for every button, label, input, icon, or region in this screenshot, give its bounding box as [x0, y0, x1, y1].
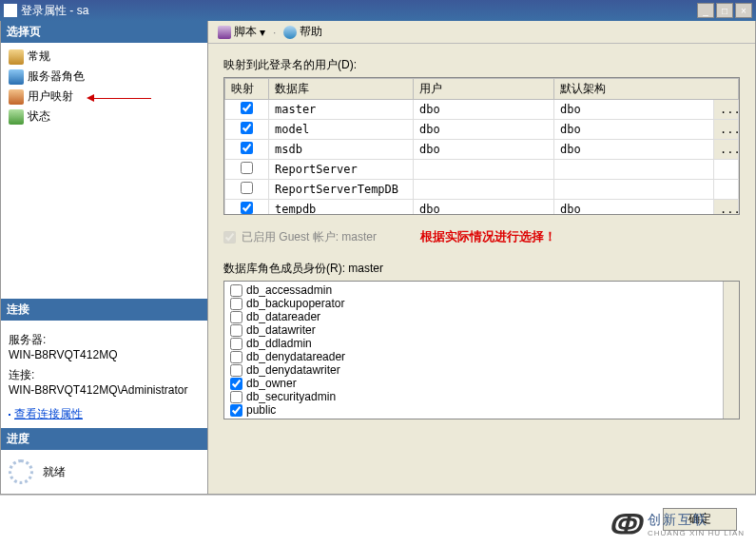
- row-db: master: [269, 100, 414, 120]
- role-item[interactable]: db_datareader: [226, 310, 737, 323]
- view-connection-properties-link[interactable]: 查看连接属性: [9, 406, 200, 422]
- progress-status: 就绪: [43, 464, 66, 480]
- role-checkbox[interactable]: [230, 298, 242, 310]
- role-checkbox[interactable]: [230, 338, 242, 350]
- progress-spinner-icon: [9, 459, 33, 484]
- row-schema: [554, 160, 714, 180]
- branding-name: 创新互联: [648, 512, 708, 527]
- script-label: 脚本: [234, 24, 257, 40]
- toolbar-separator: ·: [273, 26, 276, 39]
- guest-row: 已启用 Guest 帐户: master 根据实际情况进行选择！: [223, 228, 740, 245]
- row-db: model: [269, 120, 414, 140]
- role-checkbox[interactable]: [230, 351, 242, 363]
- role-checkbox[interactable]: [230, 404, 242, 417]
- table-row[interactable]: ReportServerTempDB: [225, 180, 739, 200]
- link-icon: [9, 414, 10, 416]
- row-schema-browse-button[interactable]: ...: [714, 100, 739, 120]
- close-button[interactable]: ×: [735, 3, 752, 18]
- row-map-checkbox[interactable]: [241, 182, 253, 194]
- table-row[interactable]: tempdbdbodbo...: [225, 200, 739, 216]
- role-item[interactable]: db_owner: [226, 377, 737, 390]
- sidebar-item-label: 用户映射: [28, 88, 73, 105]
- role-item[interactable]: db_backupoperator: [226, 297, 737, 310]
- help-button[interactable]: 帮助: [280, 23, 326, 41]
- role-item[interactable]: db_denydatareader: [226, 350, 737, 363]
- connection-section: 服务器: WIN-B8RVQT412MQ 连接: WIN-B8RVQT412MQ…: [1, 321, 207, 428]
- annotation-note: 根据实际情况进行选择！: [420, 228, 556, 245]
- sidebar-item-server-roles[interactable]: 服务器角色: [1, 67, 207, 87]
- row-user: dbo: [414, 120, 554, 140]
- role-name: db_accessadmin: [246, 283, 332, 297]
- right-pane: 脚本 ▾ · 帮助 映射到此登录名的用户(D): 映射 数据库 用户: [208, 21, 755, 494]
- row-schema-empty: [714, 160, 739, 180]
- sidebar-item-status[interactable]: 状态: [1, 107, 207, 127]
- role-item[interactable]: db_datawriter: [226, 323, 737, 337]
- table-row[interactable]: msdbdbodbo...: [225, 140, 739, 160]
- row-map-checkbox[interactable]: [241, 122, 253, 134]
- row-user: dbo: [414, 100, 554, 120]
- branding-mark-icon: ↂ: [609, 509, 642, 540]
- minimize-button[interactable]: _: [697, 3, 714, 18]
- col-db[interactable]: 数据库: [269, 79, 414, 100]
- sidebar-item-label: 常规: [28, 49, 50, 65]
- sidebar-item-label: 状态: [28, 108, 50, 125]
- role-checkbox[interactable]: [230, 378, 242, 390]
- script-button[interactable]: 脚本 ▾: [214, 23, 269, 41]
- table-row[interactable]: ReportServer: [225, 160, 739, 180]
- row-map-checkbox[interactable]: [241, 162, 253, 174]
- role-item[interactable]: db_ddladmin: [226, 337, 737, 350]
- role-name: db_backupoperator: [246, 297, 344, 310]
- row-schema-browse-button[interactable]: ...: [714, 140, 739, 160]
- col-user[interactable]: 用户: [414, 79, 554, 100]
- role-checkbox[interactable]: [230, 284, 242, 297]
- user-mapping-icon: [9, 89, 24, 105]
- row-map-checkbox[interactable]: [241, 102, 253, 114]
- general-icon: [9, 49, 24, 65]
- content-area: 选择页 常规 服务器角色 用户映射 状态 连接 服务器:: [0, 21, 756, 495]
- sidebar-item-general[interactable]: 常规: [1, 47, 207, 67]
- row-db: ReportServerTempDB: [269, 180, 414, 200]
- roles-label: 数据库角色成员身份(R): master: [223, 261, 740, 277]
- role-item[interactable]: public: [226, 403, 737, 417]
- role-checkbox[interactable]: [230, 311, 242, 323]
- role-item[interactable]: db_securityadmin: [226, 390, 737, 403]
- sidebar-item-user-mapping[interactable]: 用户映射: [1, 87, 207, 107]
- role-name: db_datareader: [246, 310, 320, 323]
- row-user: dbo: [414, 200, 554, 216]
- roles-listbox[interactable]: db_accessadmindb_backupoperatordb_datare…: [223, 281, 740, 419]
- branding-sub: CHUANG XIN HU LIAN: [648, 529, 745, 537]
- row-schema-browse-button[interactable]: ...: [714, 120, 739, 140]
- table-row[interactable]: masterdbodbo...: [225, 100, 739, 120]
- role-name: db_securityadmin: [246, 390, 336, 403]
- help-icon: [283, 26, 297, 39]
- row-schema: dbo: [554, 120, 714, 140]
- select-page-header: 选择页: [1, 21, 207, 43]
- guest-label: 已启用 Guest 帐户: master: [242, 229, 377, 245]
- role-checkbox[interactable]: [230, 391, 242, 403]
- col-map[interactable]: 映射: [225, 79, 269, 100]
- role-name: db_owner: [246, 377, 297, 390]
- role-item[interactable]: db_denydatawriter: [226, 363, 737, 377]
- col-schema[interactable]: 默认架构: [554, 79, 739, 100]
- row-schema: [554, 180, 714, 200]
- row-map-checkbox[interactable]: [241, 142, 253, 154]
- progress-header: 进度: [1, 428, 207, 450]
- row-schema: dbo: [554, 200, 714, 216]
- guest-checkbox: [223, 231, 236, 244]
- role-checkbox[interactable]: [230, 364, 242, 377]
- page-list: 常规 服务器角色 用户映射 状态: [1, 43, 207, 130]
- status-icon: [9, 109, 24, 125]
- server-label: 服务器:: [9, 332, 200, 348]
- row-user: [414, 180, 554, 200]
- row-schema-browse-button[interactable]: ...: [714, 200, 739, 216]
- role-name: db_datawriter: [246, 323, 316, 337]
- table-row[interactable]: modeldbodbo...: [225, 120, 739, 140]
- row-db: msdb: [269, 140, 414, 160]
- row-map-checkbox[interactable]: [241, 202, 253, 214]
- row-db: ReportServer: [269, 160, 414, 180]
- maximize-button[interactable]: □: [716, 3, 733, 18]
- annotation-arrow: [87, 89, 151, 105]
- role-item[interactable]: db_accessadmin: [226, 283, 737, 297]
- role-checkbox[interactable]: [230, 324, 242, 337]
- role-name: public: [246, 403, 276, 417]
